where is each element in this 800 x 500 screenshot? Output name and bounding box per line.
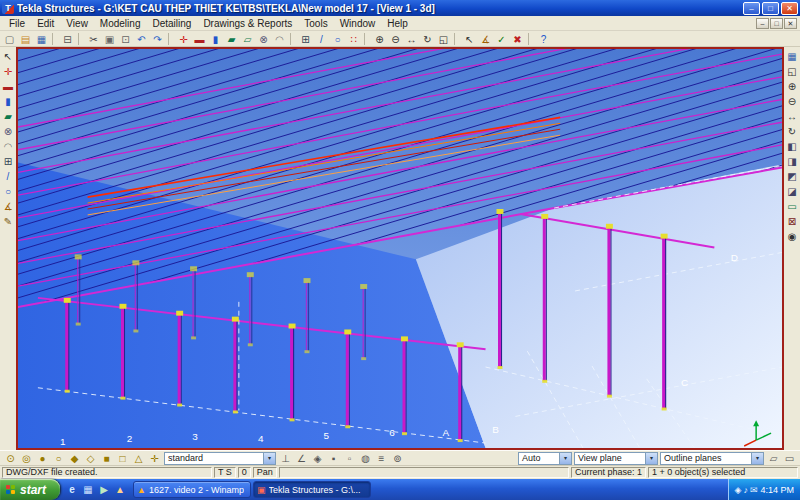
copy-icon[interactable]: ▣ (102, 32, 117, 46)
mdi-close-button[interactable]: ✕ (784, 18, 797, 29)
menu-item[interactable]: Drawings & Reports (197, 17, 298, 30)
close-button[interactable]: ✕ (781, 2, 798, 15)
snap-midpoint-icon[interactable]: ○ (51, 451, 66, 465)
menu-item[interactable]: Edit (31, 17, 60, 30)
snap-points-icon[interactable]: ⊙ (3, 451, 18, 465)
menu-item[interactable]: Tools (298, 17, 333, 30)
internet-explorer-icon[interactable]: e (65, 483, 79, 497)
model-3d-view[interactable]: 123456ABCD (18, 49, 782, 448)
viewport-3d[interactable]: 123456ABCD (16, 47, 784, 450)
chevron-down-icon[interactable] (559, 453, 571, 464)
snap-nearest-icon[interactable]: △ (131, 451, 146, 465)
snap-end-icon[interactable]: ◎ (19, 451, 34, 465)
grid-icon[interactable]: ⊞ (1, 154, 15, 168)
view-plane-combobox[interactable]: View plane (574, 452, 658, 465)
chevron-down-icon[interactable] (751, 453, 763, 464)
undo-icon[interactable]: ↶ (134, 32, 149, 46)
construction-circle-icon[interactable]: ○ (1, 184, 15, 198)
chevron-down-icon[interactable] (263, 453, 275, 464)
save-icon[interactable]: ▦ (34, 32, 49, 46)
pan-icon[interactable]: ↔ (404, 32, 419, 46)
redo-icon[interactable]: ↷ (150, 32, 165, 46)
snap-fine-icon[interactable]: ▪ (326, 451, 341, 465)
create-column-icon[interactable]: ▮ (208, 32, 223, 46)
snap-reference-icon[interactable]: ◈ (310, 451, 325, 465)
create-bolt-icon[interactable]: ⊗ (1, 124, 15, 138)
snap-ortho-icon[interactable]: ⊥ (278, 451, 293, 465)
clip-plane-icon[interactable]: ⊠ (785, 214, 799, 228)
start-button[interactable]: start (0, 479, 60, 500)
standard-combobox[interactable]: standard (164, 452, 276, 465)
check-model-icon[interactable]: ✓ (494, 32, 509, 46)
views-icon[interactable]: ▦ (785, 49, 799, 63)
auto-combobox[interactable]: Auto (518, 452, 572, 465)
clash-check-icon[interactable]: ✖ (510, 32, 525, 46)
half-shade-icon[interactable]: ◩ (785, 169, 799, 183)
create-beam-icon[interactable]: ▬ (1, 79, 15, 93)
snap-line-icon[interactable]: ■ (99, 451, 114, 465)
construction-line-icon[interactable]: / (314, 32, 329, 46)
select-icon[interactable]: ↖ (462, 32, 477, 46)
pan-icon[interactable]: ↔ (785, 109, 799, 123)
create-point-icon[interactable]: ✛ (1, 64, 15, 78)
create-point-icon[interactable]: ✛ (176, 32, 191, 46)
snap-free-icon[interactable]: ◍ (358, 451, 373, 465)
fit-view-icon[interactable]: ◱ (436, 32, 451, 46)
snap-list-icon[interactable]: ≡ (374, 451, 389, 465)
menu-item[interactable]: Window (334, 17, 382, 30)
fit-view-icon[interactable]: ◱ (785, 64, 799, 78)
minimize-button[interactable]: – (743, 2, 760, 15)
cut-icon[interactable]: ✂ (86, 32, 101, 46)
snap-perpendicular-icon[interactable]: ◇ (83, 451, 98, 465)
create-beam-icon[interactable]: ▬ (192, 32, 207, 46)
rotate-icon[interactable]: ↻ (420, 32, 435, 46)
show-desktop-icon[interactable]: ▦ (81, 483, 95, 497)
create-plate-icon[interactable]: ▰ (224, 32, 239, 46)
zoom-in-icon[interactable]: ⊕ (785, 79, 799, 93)
depth-icon[interactable]: ▭ (782, 451, 797, 465)
create-panel-icon[interactable]: ▱ (240, 32, 255, 46)
snap-intersection-icon[interactable]: ◆ (67, 451, 82, 465)
measure-icon[interactable]: ∡ (478, 32, 493, 46)
new-icon[interactable]: ▢ (2, 32, 17, 46)
snap-cycle-icon[interactable]: ⊚ (390, 451, 405, 465)
grid-icon[interactable]: ⊞ (298, 32, 313, 46)
sketch-icon[interactable]: ✎ (1, 214, 15, 228)
work-plane-icon[interactable]: ▭ (785, 199, 799, 213)
mdi-minimize-button[interactable]: – (756, 18, 769, 29)
winamp-icon[interactable]: ▲ (113, 483, 127, 497)
message-tray-icon[interactable]: ✉ (750, 485, 758, 495)
outline-planes-combobox[interactable]: Outline planes (660, 452, 764, 465)
construction-circle-icon[interactable]: ○ (330, 32, 345, 46)
menu-item[interactable]: Detailing (146, 17, 197, 30)
task-winamp[interactable]: ▲ 1627. video 2 - Winamp (133, 481, 251, 498)
snap-grid-icon[interactable]: □ (115, 451, 130, 465)
points-icon[interactable]: ∷ (346, 32, 361, 46)
zoom-in-icon[interactable]: ⊕ (372, 32, 387, 46)
create-column-icon[interactable]: ▮ (1, 94, 15, 108)
mdi-restore-button[interactable]: □ (770, 18, 783, 29)
construction-line-icon[interactable]: / (1, 169, 15, 183)
network-tray-icon[interactable]: ◈ (735, 485, 742, 495)
snap-angle-icon[interactable]: ∠ (294, 451, 309, 465)
create-plate-icon[interactable]: ▰ (1, 109, 15, 123)
shaded-view-icon[interactable]: ◧ (785, 139, 799, 153)
measure-icon[interactable]: ∡ (1, 199, 15, 213)
volume-tray-icon[interactable]: ♪ (743, 485, 748, 495)
quarter-shade-icon[interactable]: ◪ (785, 184, 799, 198)
wireframe-view-icon[interactable]: ◨ (785, 154, 799, 168)
create-bolt-icon[interactable]: ⊗ (256, 32, 271, 46)
plane-icon[interactable]: ▱ (766, 451, 781, 465)
media-player-icon[interactable]: ▶ (97, 483, 111, 497)
rotate-icon[interactable]: ↻ (785, 124, 799, 138)
menu-item[interactable]: File (3, 17, 31, 30)
camera-icon[interactable]: ◉ (785, 229, 799, 243)
menu-item[interactable]: View (60, 17, 94, 30)
help-icon[interactable]: ? (536, 32, 551, 46)
menu-item[interactable]: Help (381, 17, 414, 30)
paste-icon[interactable]: ⊡ (118, 32, 133, 46)
select-icon[interactable]: ↖ (1, 49, 15, 63)
task-tekla[interactable]: ▣ Tekla Structures - G:\... (253, 481, 371, 498)
create-weld-icon[interactable]: ◠ (272, 32, 287, 46)
zoom-out-icon[interactable]: ⊖ (785, 94, 799, 108)
